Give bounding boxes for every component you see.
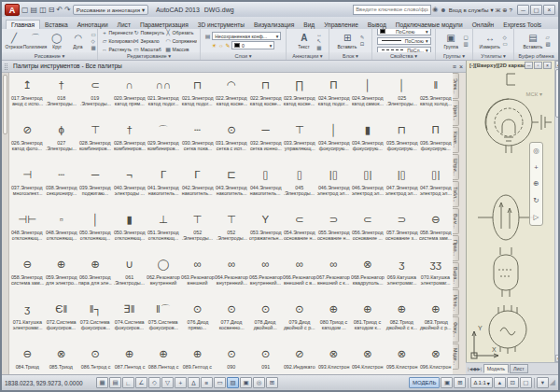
ribbon-tab[interactable]: Подключаемые модули bbox=[391, 21, 468, 29]
palette-titlebar[interactable]: Палитры инструментов - Все палитры ≡ × bbox=[2, 61, 466, 73]
modify-tool-button[interactable]: ◠ Сопряжение bbox=[165, 36, 197, 45]
paste-button[interactable]: ▤ Вставить bbox=[522, 32, 543, 49]
palette-tool[interactable]: ─ 039.Электрод поджигаю... bbox=[78, 162, 112, 207]
palette-tool[interactable]: ▫ 048.Электрод отклоняющ... bbox=[44, 207, 77, 252]
palette-tool[interactable]: Є‖ 072.Система фокусиров... bbox=[44, 297, 77, 342]
palette-tool[interactable]: ⊗ 085.Триод bbox=[44, 342, 77, 374]
status-toggle-button[interactable]: + bbox=[175, 377, 187, 388]
palette-tool[interactable]: ⊙ 077.Диод косвенно... bbox=[215, 297, 248, 342]
palette-tool[interactable]: ⊗ 095.Клистрон bbox=[385, 342, 418, 374]
doc-restore-button[interactable]: ▫ bbox=[534, 62, 542, 69]
modify-tool-button[interactable]: ⋈ Зеркало bbox=[133, 36, 165, 45]
palette-tool[interactable]: ∞ 064.Резонатор внутренний... bbox=[215, 252, 248, 297]
palette-tool[interactable]: Π 036.Электрод фокусирую... bbox=[419, 118, 453, 162]
palette-tool[interactable]: ⊤ 028.Электрод комбиниров... bbox=[78, 118, 112, 162]
palette-tool[interactable]: † 028.Электрод комбиниров... bbox=[112, 118, 146, 162]
clipboard-mini-icon[interactable]: ▱ bbox=[545, 35, 550, 40]
qat-tool-icon[interactable]: ↶ bbox=[56, 6, 63, 14]
palette-tool[interactable]: † 018 .Электроды... bbox=[44, 73, 77, 118]
utilities-mini-icon[interactable]: ◇ bbox=[502, 35, 507, 40]
ribbon-tab[interactable]: Главная bbox=[6, 20, 40, 29]
viewport[interactable]: [-][Вверху][2D каркас] МСК ▾ ◎+⊕↻▷ bbox=[466, 61, 554, 362]
palette-tool[interactable]: ┄ 030.Электрод сетка пока... bbox=[180, 118, 214, 162]
annotation-visibility-icon[interactable]: ▴ bbox=[494, 377, 506, 388]
palette-tool[interactable]: ⊙ 076.Диод прямо... bbox=[180, 297, 214, 342]
scroll-up-arrow[interactable]: ▲ bbox=[555, 61, 560, 68]
palette-tool[interactable]: ∞ 063.Резонатор внешний bbox=[180, 252, 214, 297]
draw-tool-button[interactable]: ◠ Дуга bbox=[67, 32, 89, 49]
palette-tool[interactable]: ⊏ 043.Электрод накопитель... bbox=[215, 162, 248, 207]
draw-mini-icon[interactable]: ◇ bbox=[91, 38, 95, 44]
palette-tool[interactable]: ⊙ 091 bbox=[248, 342, 282, 374]
minimize-button[interactable]: ─ bbox=[517, 5, 529, 15]
draw-mini-icon[interactable]: ▦ bbox=[91, 45, 95, 50]
status-toggle-button[interactable]: ▤ bbox=[109, 377, 121, 388]
status-toggle-button[interactable]: Δ bbox=[188, 377, 200, 388]
groups-mini-icon[interactable]: ▢ bbox=[463, 35, 468, 40]
panel-label-utilities[interactable]: Утилиты ▾ bbox=[473, 52, 513, 60]
palette-tool[interactable]: ⊂ 056.Электрод основание ... bbox=[351, 207, 385, 252]
status-toggle-button[interactable]: ≡ bbox=[201, 377, 213, 388]
palette-tool[interactable]: ▮ 050.Электрод отклоняющ... bbox=[112, 207, 146, 252]
status-toggle-button[interactable]: ∠ bbox=[135, 377, 147, 388]
palette-tool[interactable]: ⊃ 057.Электрод основание з... bbox=[385, 207, 418, 252]
palette-tool[interactable]: ⊃ 055.Электрод основание н... bbox=[316, 207, 350, 252]
app-menu-button[interactable]: A bbox=[5, 4, 20, 16]
qat-tool-icon[interactable]: ◫ bbox=[39, 6, 47, 14]
maximize-button[interactable]: ▢ bbox=[530, 5, 542, 15]
block-mini-icon[interactable]: ⊡ bbox=[360, 41, 365, 47]
utilities-mini-icon[interactable]: ▭ bbox=[502, 41, 507, 47]
status-toggle-button[interactable]: ◎ bbox=[253, 377, 265, 388]
layer-dropdown[interactable]: 0 ▾ bbox=[231, 41, 274, 49]
canvas-vertical-scrollbar[interactable]: ▲ ▼ bbox=[554, 61, 560, 362]
annotation-mini-icon[interactable]: ↖ bbox=[316, 38, 322, 44]
palette-tool[interactable]: │ 024.Электрод катод самок... bbox=[351, 73, 385, 118]
palette-tool[interactable]: ¬ 040.Электрод электроды ... bbox=[112, 162, 146, 207]
palette-tool[interactable]: │ 025 .Электроды... bbox=[385, 73, 418, 118]
resize-grip[interactable]: ◢ bbox=[550, 379, 555, 386]
layer-toggle-icon[interactable]: ☼ bbox=[218, 43, 224, 49]
palette-tool[interactable]: ⊗ 096.Клистрон bbox=[419, 342, 453, 374]
search-icon[interactable]: ◉ bbox=[432, 6, 438, 13]
palette-tool[interactable]: │ 034.Электрод фокусирую... bbox=[316, 118, 350, 162]
draw-tool-button[interactable]: ╱ Отрезок bbox=[3, 32, 24, 49]
annotation-mini-icon[interactable]: ↔ bbox=[316, 32, 322, 37]
status-toggle-button[interactable]: ∟ bbox=[122, 377, 134, 388]
palette-tab[interactable]: Креп... bbox=[453, 100, 459, 126]
palette-tool[interactable]: ‖ 025.Электрод катод холод... bbox=[419, 73, 453, 118]
viewcube-wcs[interactable]: МСК ▾ bbox=[525, 91, 542, 97]
qat-tool-icon[interactable]: ↷ bbox=[64, 6, 71, 14]
modify-tool-button[interactable]: ▭ Масштаб bbox=[133, 45, 165, 52]
palette-tool[interactable]: ∩∩ 021.Электрод катод подог... bbox=[147, 73, 180, 118]
palette-tool[interactable]: ⊕ 088.Пентод с bbox=[147, 342, 180, 374]
palette-tool[interactable]: ⊥ 051.Электрод отклоняющ... bbox=[147, 207, 180, 252]
scrollbar-thumb[interactable] bbox=[555, 69, 560, 118]
qat-tool-icon[interactable]: ⊟ bbox=[49, 6, 55, 14]
palette-grip[interactable] bbox=[5, 63, 7, 70]
palette-scrollbar-thumb[interactable] bbox=[3, 75, 7, 134]
palette-close-icon[interactable]: × bbox=[459, 62, 463, 73]
modify-tool-button[interactable]: ▱ Копировать bbox=[102, 36, 133, 45]
ribbon-tab[interactable]: Параметризация bbox=[135, 21, 193, 29]
panel-label-annotation[interactable]: Аннотации ▾ bbox=[287, 52, 329, 60]
lineweight-dropdown[interactable]: ПоСлою ▾ bbox=[377, 37, 431, 45]
workspace-switch-icon[interactable]: ⊡ bbox=[507, 377, 519, 388]
palette-tool[interactable]: ⊕ 089.Гептод с bbox=[180, 342, 214, 374]
palette-tool[interactable]: ⊖ 084.Триод bbox=[10, 342, 44, 374]
palette-tool[interactable]: Y 053.Электрод отражательн... bbox=[248, 207, 282, 252]
clean-screen-icon[interactable]: ▢ bbox=[520, 377, 532, 388]
panel-label-groups[interactable]: Группы ▾ bbox=[436, 52, 472, 60]
palette-tool[interactable]: ⊓ 035.Электрод фокусирую... bbox=[385, 118, 418, 162]
palette-tool[interactable]: ◯ 062.Резонатор внутренний bbox=[147, 252, 180, 297]
measure-button[interactable]: ↔ Измерить bbox=[479, 32, 500, 49]
status-toggle-button[interactable]: ⊞ bbox=[266, 377, 278, 388]
navigation-tool-icon[interactable]: ↻ bbox=[533, 196, 539, 204]
panel-label-draw[interactable]: Рисование ▾ bbox=[2, 52, 97, 60]
palette-tool[interactable]: ▮ 034.Электрод фокусирую... bbox=[351, 118, 385, 162]
ribbon-tab[interactable]: Express Tools bbox=[498, 21, 546, 29]
quick-view-layouts-icon[interactable]: ▣ bbox=[441, 377, 453, 388]
palette-tool[interactable]: ∪ 061 .Электроды... bbox=[112, 252, 146, 297]
qat-tool-icon[interactable]: ▤ bbox=[31, 6, 38, 14]
palette-tool[interactable]: ┄ 038.Электрод секциониру... bbox=[44, 162, 77, 207]
palette-tool[interactable]: ▯ 044.Электрод накопитель... bbox=[248, 162, 282, 207]
